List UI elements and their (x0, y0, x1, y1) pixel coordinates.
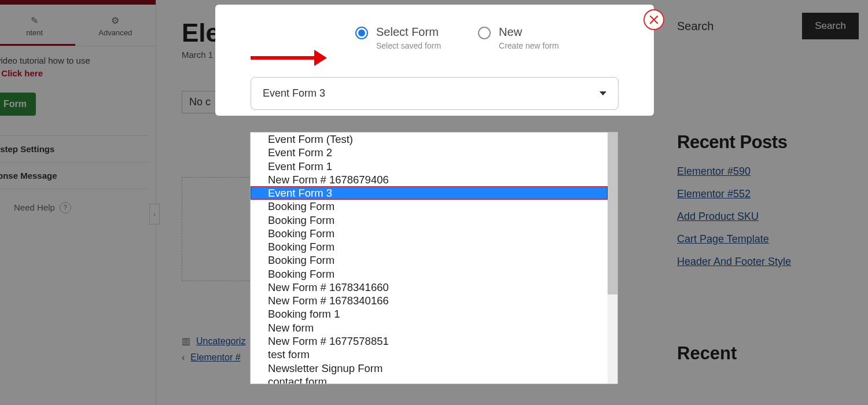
listbox-scrollbar[interactable] (608, 132, 617, 384)
form-option[interactable]: test form (251, 348, 608, 361)
form-option[interactable]: Booking Form (251, 253, 608, 267)
radio-new-form[interactable]: New Create new form (478, 25, 558, 50)
form-option[interactable]: New Form # 1678679406 (251, 173, 608, 186)
form-option[interactable]: Event Form (Test) (251, 132, 608, 146)
form-option[interactable]: Booking Form (251, 240, 608, 253)
form-option[interactable]: Event Form 3 (251, 186, 608, 200)
radio-unselected-icon (478, 27, 491, 39)
form-option[interactable]: New Form # 1678340166 (251, 294, 608, 307)
form-option[interactable]: Booking Form (251, 227, 608, 240)
form-option[interactable]: Booking Form (251, 213, 608, 227)
form-option[interactable]: New Form # 1678341660 (251, 281, 608, 294)
form-option[interactable]: Event Form 1 (251, 160, 608, 173)
caret-down-icon (599, 91, 606, 95)
radio-select-form[interactable]: Select Form Select saved form (355, 25, 441, 50)
form-options-listbox: Event Form (Test)Event Form 2Event Form … (250, 132, 618, 384)
radio-selected-icon (355, 27, 368, 39)
form-option[interactable]: Newsletter Signup Form (251, 362, 608, 375)
form-option[interactable]: New form (251, 321, 608, 334)
select-form-modal: Select Form Select saved form New Create… (215, 5, 654, 116)
radio-select-form-sub: Select saved form (376, 41, 441, 50)
form-option[interactable]: Event Form 2 (251, 146, 608, 159)
form-select-value: Event Form 3 (263, 87, 325, 100)
scrollbar-thumb[interactable] (608, 132, 617, 294)
form-option[interactable]: Booking Form (251, 267, 608, 281)
radio-select-form-label: Select Form (376, 25, 441, 39)
form-mode-radios: Select Form Select saved form New Create… (234, 25, 635, 50)
form-option[interactable]: Booking Form (251, 200, 608, 213)
form-option[interactable]: Booking form 1 (251, 307, 608, 321)
radio-new-form-label: New (499, 25, 558, 39)
close-button[interactable] (643, 9, 664, 30)
radio-new-form-sub: Create new form (499, 41, 558, 50)
form-select-dropdown[interactable]: Event Form 3 (251, 77, 619, 110)
form-option[interactable]: New Form # 1677578851 (251, 334, 608, 348)
form-option[interactable]: contact form (251, 375, 608, 384)
close-icon (649, 15, 659, 24)
annotation-arrow (251, 50, 332, 66)
